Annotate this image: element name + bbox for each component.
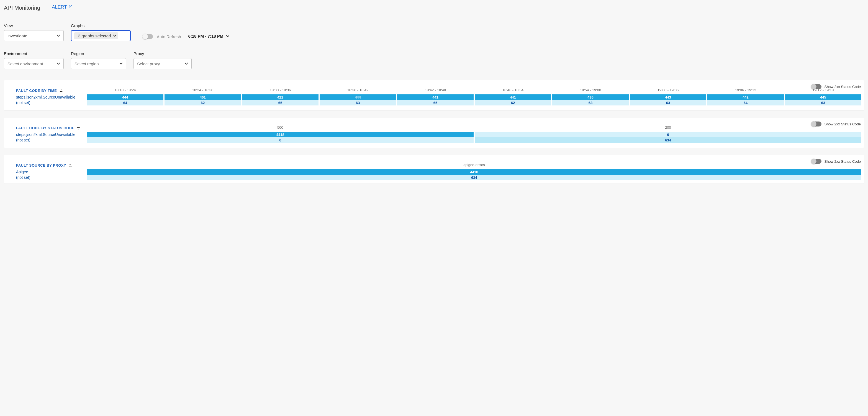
heat-cell[interactable]: 4418 [86,169,862,174]
heat-cell[interactable]: 63 [319,100,397,105]
page-header: API Monitoring ALERT [4,3,864,15]
col-header: 18:36 - 18:42 [319,88,397,94]
heat-cell[interactable]: 444 [319,94,397,100]
heat-cell[interactable]: 65 [242,100,319,105]
panel-fault-by-time: Show 2xx Status Code FAULT CODE BY TIME … [4,80,864,110]
environment-select[interactable]: Select environment [4,58,64,69]
heat-cell[interactable]: 63 [552,100,629,105]
col-header: 18:18 - 18:24 [86,88,164,94]
external-link-icon [69,4,72,10]
chevron-down-icon [185,63,188,65]
col-header: apigee-errors [86,163,862,169]
chevron-down-icon [57,35,60,37]
heat-cell[interactable]: 634 [86,174,862,180]
panel-fault-by-proxy: Show 2xx Status Code FAULT SOURCE BY PRO… [4,155,864,184]
alert-link-label: ALERT [52,4,67,10]
col-header: 18:54 - 19:00 [552,88,629,94]
auto-refresh-label: Auto Refresh [157,34,181,39]
chevron-down-icon [57,63,60,65]
col-header: 18:42 - 18:48 [397,88,474,94]
heat-cell[interactable]: 436 [552,94,629,100]
auto-refresh-toggle[interactable] [143,34,153,39]
col-header: 19:06 - 19:12 [707,88,784,94]
heat-cell[interactable]: 441 [397,94,474,100]
chevron-down-icon [226,35,229,37]
heat-cell[interactable]: 0 [86,137,474,143]
view-label: View [4,23,64,28]
filters-row-2: Environment Select environment Region Se… [4,45,864,73]
show-2xx-toggle[interactable] [811,159,822,164]
heat-cell[interactable]: 63 [629,100,707,105]
heat-cell[interactable]: 442 [707,94,784,100]
swap-icon[interactable] [68,164,72,167]
panel-fault-by-status: Show 2xx Status Code FAULT CODE BY STATU… [4,118,864,148]
section-title: FAULT CODE BY TIME [6,89,86,94]
section-title: FAULT CODE BY STATUS CODE [6,126,86,131]
heat-cell[interactable]: 634 [474,137,862,143]
row-label: (not set) [6,100,86,105]
heat-cell[interactable]: 64 [707,100,784,105]
heat-cell[interactable]: 63 [784,100,862,105]
row-label: (not set) [6,137,86,143]
proxy-label: Proxy [133,51,192,56]
section-title: FAULT SOURCE BY PROXY [6,163,86,168]
col-header: 18:30 - 18:36 [242,88,319,94]
heat-cell[interactable]: 421 [242,94,319,100]
show-2xx-label: Show 2xx Status Code [824,159,861,164]
chevron-down-icon [113,35,116,37]
proxy-select[interactable]: Select proxy [133,58,192,69]
region-select[interactable]: Select region [71,58,126,69]
row-label: (not set) [6,174,86,180]
row-label: steps.json2xml.SourceUnavailable [6,94,86,100]
col-header: 18:48 - 18:54 [474,88,552,94]
view-select[interactable]: investigate [4,30,64,41]
row-label: Apigee [6,169,86,174]
swap-icon[interactable] [59,89,63,93]
show-2xx-label: Show 2xx Status Code [824,122,861,126]
col-header: 18:24 - 18:30 [164,88,242,94]
heat-cell[interactable]: 444 [86,94,164,100]
col-header: 19:00 - 19:06 [629,88,707,94]
show-2xx-label: Show 2xx Status Code [824,85,861,89]
heat-cell[interactable]: 445 [784,94,862,100]
col-header: 200 [474,125,862,132]
alert-link[interactable]: ALERT [52,4,72,11]
show-2xx-toggle[interactable] [811,84,822,89]
region-label: Region [71,51,126,56]
timerange-picker[interactable]: 6:18 PM - 7:18 PM [188,34,229,41]
chevron-down-icon [119,63,123,65]
heat-cell[interactable]: 0 [474,132,862,137]
heat-cell[interactable]: 443 [629,94,707,100]
swap-icon[interactable] [77,126,81,130]
filters-row-1: View investigate Graphs 3 graphs selecte… [4,15,864,45]
graphs-label: Graphs [71,23,131,28]
heat-cell[interactable]: 62 [474,100,552,105]
heat-cell[interactable]: 461 [164,94,242,100]
page-title: API Monitoring [4,5,40,11]
environment-label: Environment [4,51,64,56]
heat-cell[interactable]: 62 [164,100,242,105]
heat-cell[interactable]: 441 [474,94,552,100]
col-header: 500 [86,125,474,132]
row-label: steps.json2xml.SourceUnavailable [6,132,86,137]
show-2xx-toggle[interactable] [811,122,822,127]
heat-cell[interactable]: 65 [397,100,474,105]
heat-cell[interactable]: 64 [86,100,164,105]
heat-cell[interactable]: 4418 [86,132,474,137]
graphs-select[interactable]: 3 graphs selected [71,30,131,41]
